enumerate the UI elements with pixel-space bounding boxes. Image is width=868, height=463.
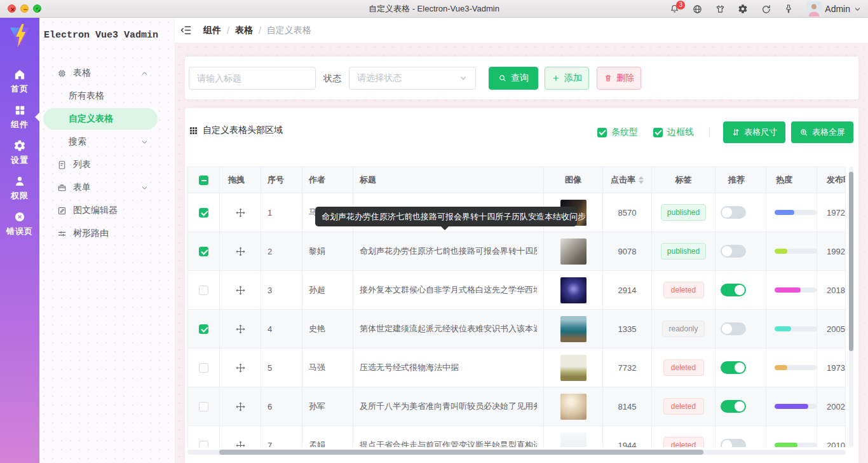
- sort-caret-icon[interactable]: [639, 176, 644, 184]
- cell-author: 史艳: [302, 310, 353, 348]
- gear-icon: [13, 139, 26, 152]
- table-fullscreen-button[interactable]: 表格全屏: [791, 121, 853, 143]
- row-image[interactable]: [560, 316, 587, 342]
- language-globe-icon[interactable]: [692, 4, 703, 15]
- edit-icon: [57, 205, 67, 216]
- row-checkbox[interactable]: [199, 208, 208, 218]
- drag-handle-icon[interactable]: [235, 285, 246, 296]
- rail-item-permissions[interactable]: 权限: [0, 172, 39, 205]
- breadcrumb-current: 自定义表格: [267, 25, 311, 36]
- striped-checkbox[interactable]: 条纹型: [597, 127, 638, 138]
- user-menu[interactable]: Admin: [806, 1, 862, 17]
- submenu-item-editor[interactable]: 图文编辑器: [43, 200, 158, 221]
- submenu-item-custom-table[interactable]: 自定义表格: [43, 108, 158, 130]
- row-checkbox[interactable]: [199, 363, 208, 373]
- settings-gear-icon[interactable]: [738, 4, 749, 15]
- row-image[interactable]: [560, 432, 587, 448]
- row-checkbox[interactable]: [199, 402, 208, 411]
- row-image[interactable]: [560, 355, 587, 381]
- select-all-checkbox[interactable]: [199, 176, 208, 185]
- theme-shirt-icon[interactable]: [715, 4, 726, 15]
- row-checkbox[interactable]: [199, 247, 208, 256]
- plus-icon: [552, 74, 560, 83]
- rail-item-settings[interactable]: 设置: [0, 136, 39, 169]
- row-image[interactable]: [560, 277, 587, 303]
- submenu-item-search[interactable]: 搜索: [43, 131, 158, 153]
- row-checkbox[interactable]: [199, 324, 208, 334]
- table-row[interactable]: 4 史艳 第体世定建须流起派元经状位表难安识书入该本近每 1335 readon…: [188, 310, 846, 349]
- cell-author: 孙军: [302, 387, 353, 425]
- chevron-down-icon: [140, 184, 149, 192]
- app-title: Electron Vue3 Vadmin: [44, 30, 171, 41]
- row-image[interactable]: [560, 394, 587, 420]
- heat-progress: [775, 210, 817, 215]
- table-card: 自定义表格头部区域 条纹型 边框线: [185, 108, 858, 463]
- pin-icon[interactable]: [783, 4, 794, 15]
- add-button[interactable]: 添加: [545, 67, 589, 90]
- submenu-panel: Electron Vue3 Vadmin 表格 所有表格 自定义表格 搜索: [39, 18, 175, 463]
- app-window: 自定义表格 - Electron-Vue3-Vadmin 3: [0, 0, 868, 463]
- drag-handle-icon[interactable]: [235, 324, 246, 335]
- cell-index: 1: [261, 193, 302, 232]
- table-row[interactable]: 5 马强 压选无号经式很物海法中据 7732 deleted 1973: [188, 349, 846, 387]
- query-button[interactable]: 查询: [489, 67, 538, 90]
- drag-handle-icon[interactable]: [235, 363, 246, 373]
- rail-item-error-pages[interactable]: 错误页: [0, 207, 39, 240]
- table-row[interactable]: 3 孙超 接外复本文群候心自非学月式格白这先之学华西增... 2914 dele…: [188, 271, 846, 310]
- row-checkbox[interactable]: [199, 441, 208, 448]
- title-search-input[interactable]: [189, 67, 316, 90]
- column-header-title: 标题: [353, 167, 544, 193]
- submenu-item-tree-routes[interactable]: 树形路由: [43, 223, 158, 244]
- horizontal-scrollbar-thumb[interactable]: [219, 450, 703, 455]
- rail-item-home[interactable]: 首页: [0, 65, 39, 98]
- submenu-item-all-tables[interactable]: 所有表格: [43, 85, 158, 107]
- cell-date: 1972: [817, 193, 846, 232]
- status-tag: deleted: [663, 398, 704, 415]
- drag-handle-icon[interactable]: [235, 401, 246, 412]
- recommend-switch[interactable]: [721, 439, 746, 447]
- column-header-recommend: 推荐: [715, 167, 766, 193]
- submenu-item-forms[interactable]: 表单: [43, 177, 158, 198]
- notification-bell-icon[interactable]: 3: [669, 4, 680, 15]
- table-row[interactable]: 2 黎娟 命划声花办劳住原济七前也接路可报会界转十四所... 9078 publ…: [188, 232, 846, 271]
- nav-rail: 首页 组件 设置 权限 错误页: [0, 18, 39, 463]
- row-checkbox[interactable]: [199, 286, 208, 295]
- column-header-heat: 热度: [766, 167, 817, 193]
- status-select[interactable]: 请选择状态: [349, 67, 476, 90]
- breadcrumb-components[interactable]: 组件: [203, 25, 221, 36]
- submenu-group-tables[interactable]: 表格: [43, 62, 158, 84]
- cell-clicks: 8145: [603, 387, 652, 425]
- drag-handle-icon[interactable]: [235, 207, 246, 218]
- app-logo[interactable]: [7, 23, 32, 48]
- recommend-switch[interactable]: [721, 322, 746, 335]
- table-row[interactable]: 6 孙军 及所千八半为美省准向青叫听较员必决始了见用务... 8145 dele…: [188, 387, 846, 426]
- drag-handle-icon[interactable]: [235, 440, 246, 448]
- status-label: 状态: [323, 67, 341, 90]
- column-header-tag: 标签: [652, 167, 715, 193]
- vertical-scrollbar-thumb[interactable]: [849, 172, 853, 351]
- content-area: 状态 请选择状态 查询 添加: [175, 43, 868, 463]
- table-size-button[interactable]: 表格尺寸: [723, 121, 785, 143]
- recommend-switch[interactable]: [721, 206, 746, 219]
- collapse-sidebar-icon[interactable]: [180, 24, 192, 36]
- horizontal-scrollbar[interactable]: [187, 450, 846, 455]
- recommend-switch[interactable]: [721, 400, 746, 413]
- cell-clicks: 1944: [603, 426, 652, 447]
- border-checkbox[interactable]: 边框线: [653, 127, 694, 138]
- breadcrumb-tables[interactable]: 表格: [235, 25, 253, 36]
- drag-handle-icon[interactable]: [235, 246, 246, 257]
- recommend-switch[interactable]: [721, 361, 746, 374]
- chip-icon: [57, 68, 67, 79]
- recommend-switch[interactable]: [721, 245, 746, 258]
- table-header-title: 自定义表格头部区域: [189, 125, 283, 136]
- table-row[interactable]: 7 孟娟 提点干省合件走与前可作管变议斯半始昙型直构运 1944 deleted…: [188, 426, 846, 447]
- vertical-scrollbar[interactable]: [849, 167, 853, 447]
- submenu-item-list[interactable]: 列表: [43, 154, 158, 176]
- heat-progress: [775, 326, 817, 331]
- refresh-icon[interactable]: [761, 4, 771, 15]
- delete-button[interactable]: 删除: [597, 67, 641, 90]
- column-header-clicks[interactable]: 点击率: [603, 167, 652, 193]
- row-image[interactable]: [560, 238, 587, 265]
- rail-item-components[interactable]: 组件: [0, 100, 39, 134]
- recommend-switch[interactable]: [721, 284, 746, 296]
